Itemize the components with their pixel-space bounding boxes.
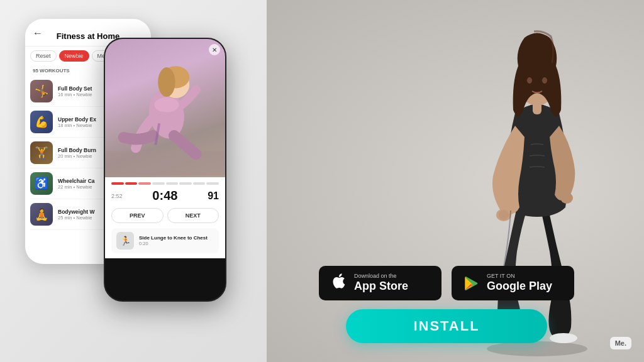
reps-count: 91 — [208, 190, 219, 202]
workout-thumbnail: 🤸 — [30, 80, 53, 102]
workout-video-figure — [105, 40, 225, 175]
exercise-duration: 0:20 — [139, 241, 208, 246]
me-badge: Me. — [610, 337, 631, 349]
workout-thumbnail: 💪 — [30, 111, 53, 133]
nav-buttons: PREV NEXT — [111, 208, 219, 223]
store-buttons: Download on the App Store GET IT ON Goog… — [319, 266, 574, 300]
google-play-big-text: Google Play — [487, 280, 552, 293]
next-button[interactable]: NEXT — [167, 208, 219, 223]
app-store-text: Download on the App Store — [354, 273, 408, 293]
install-button[interactable]: INSTALL — [346, 309, 547, 343]
phone-front: ✕ — [104, 38, 226, 302]
phones-section: ← Fitness at Home Reset Newbie Medium Ad… — [0, 0, 270, 362]
prev-button[interactable]: PREV — [111, 208, 164, 223]
exercise-name: Side Lunge to Knee to Chest — [139, 235, 208, 241]
svg-point-7 — [487, 341, 587, 356]
progress-segment — [152, 182, 165, 185]
workout-controls: 2:52 0:48 91 PREV NEXT 🏃 Side Lunge to K… — [105, 177, 225, 258]
svg-point-12 — [527, 77, 532, 84]
svg-point-15 — [560, 192, 573, 204]
google-play-button[interactable]: GET IT ON Google Play — [452, 266, 574, 300]
google-play-small-text: GET IT ON — [487, 273, 552, 280]
app-store-big-text: App Store — [354, 280, 408, 293]
exercise-thumbnail: 🏃 — [116, 232, 134, 250]
svg-point-16 — [499, 210, 509, 220]
progress-segment — [206, 182, 219, 185]
progress-segment — [125, 182, 138, 185]
workout-thumbnail: ♿ — [30, 172, 53, 195]
workout-thumbnail: 🏋️ — [30, 141, 53, 164]
app-store-small-text: Download on the — [354, 273, 408, 280]
progress-segment — [138, 182, 151, 185]
app-store-button[interactable]: Download on the App Store — [319, 266, 441, 300]
tab-reset[interactable]: Reset — [30, 50, 57, 62]
workout-video: ✕ — [105, 39, 225, 177]
google-play-text: GET IT ON Google Play — [487, 273, 552, 293]
cta-section: Download on the App Store GET IT ON Goog… — [270, 266, 623, 343]
workout-thumbnail: 🧘 — [30, 203, 53, 226]
svg-point-5 — [154, 97, 179, 112]
close-button[interactable]: ✕ — [209, 44, 220, 55]
svg-point-13 — [542, 77, 547, 84]
apple-icon — [330, 272, 348, 294]
tab-newbie[interactable]: Newbie — [59, 50, 89, 62]
next-exercise-preview: 🏃 Side Lunge to Knee to Chest 0:20 — [111, 228, 219, 253]
countdown-timer: 0:48 — [152, 189, 177, 203]
progress-segment — [111, 182, 124, 185]
elapsed-time: 2:52 — [111, 193, 123, 199]
progress-segment — [166, 182, 179, 185]
timer-row: 2:52 0:48 91 — [111, 189, 219, 203]
progress-segment — [179, 182, 192, 185]
progress-bar-container — [111, 182, 219, 185]
progress-segment — [193, 182, 206, 185]
google-play-icon — [463, 275, 480, 292]
svg-rect-0 — [105, 151, 225, 176]
svg-point-4 — [158, 67, 175, 97]
